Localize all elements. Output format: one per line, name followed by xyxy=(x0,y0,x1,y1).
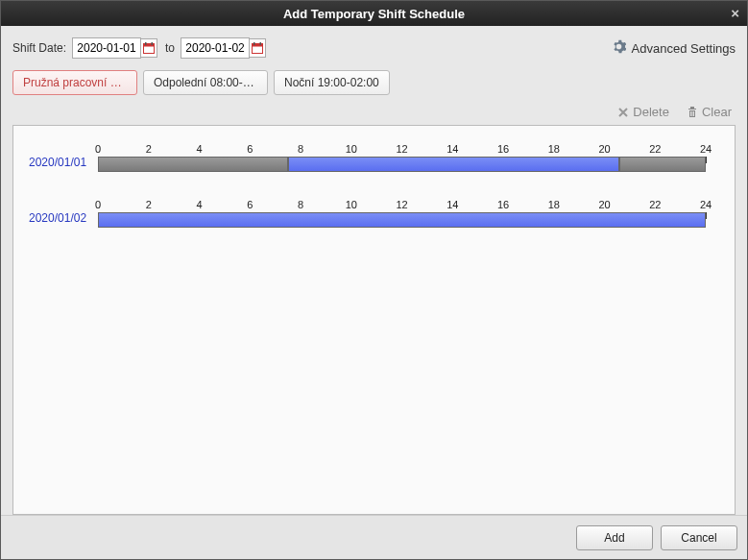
shift-buttons: Pružná pracovní do... Odpolední 08:00-2.… xyxy=(12,70,736,95)
delete-label: Delete xyxy=(633,105,669,119)
clear-button[interactable]: Clear xyxy=(687,105,732,119)
shift-segment[interactable] xyxy=(98,157,288,172)
shift-option-afternoon[interactable]: Odpolední 08:00-2... xyxy=(143,70,268,95)
shift-option-night[interactable]: Noční 19:00-02:00 xyxy=(274,70,390,95)
tick-labels: 024681012141618202224 xyxy=(98,199,706,210)
date-from-input[interactable] xyxy=(72,37,141,59)
day-label: 2020/01/01 xyxy=(29,156,98,172)
add-button[interactable]: Add xyxy=(576,525,653,550)
clear-label: Clear xyxy=(702,105,732,119)
calendar-icon[interactable] xyxy=(249,38,266,58)
svg-rect-3 xyxy=(152,42,154,45)
cancel-button[interactable]: Cancel xyxy=(661,525,737,550)
shift-segment[interactable] xyxy=(98,212,706,228)
dialog-footer: Add Cancel xyxy=(1,515,747,559)
advanced-settings-label: Advanced Settings xyxy=(632,41,736,56)
gear-icon xyxy=(612,39,626,57)
delete-button[interactable]: Delete xyxy=(617,105,669,119)
advanced-settings-link[interactable]: Advanced Settings xyxy=(612,39,736,57)
shift-date-label: Shift Date: xyxy=(12,41,66,55)
calendar-icon[interactable] xyxy=(140,38,157,58)
svg-rect-6 xyxy=(253,42,255,45)
date-row: Shift Date: to Advanced Settings xyxy=(12,37,736,59)
close-icon[interactable]: × xyxy=(731,5,739,21)
timeline-row: 2020/01/02024681012141618202224 xyxy=(29,199,706,228)
shift-segment[interactable] xyxy=(619,157,706,172)
timeline-panel: 2020/01/010246810121416182022242020/01/0… xyxy=(12,125,736,515)
trash-icon xyxy=(687,106,698,118)
timeline-track[interactable]: 024681012141618202224 xyxy=(98,199,706,228)
to-label: to xyxy=(165,41,175,55)
timeline-actions: Delete Clear xyxy=(12,105,736,119)
close-icon xyxy=(617,107,629,118)
tick-labels: 024681012141618202224 xyxy=(98,143,706,155)
shift-segment[interactable] xyxy=(288,157,620,172)
titlebar: Add Temporary Shift Schedule × xyxy=(1,1,747,26)
shift-option-flexible[interactable]: Pružná pracovní do... xyxy=(12,70,137,95)
date-to-input[interactable] xyxy=(181,37,250,59)
window-title: Add Temporary Shift Schedule xyxy=(283,7,465,21)
svg-rect-7 xyxy=(260,42,262,45)
svg-rect-2 xyxy=(145,42,147,45)
timeline-row: 2020/01/01024681012141618202224 xyxy=(29,143,706,172)
timeline-track[interactable]: 024681012141618202224 xyxy=(98,143,706,172)
day-label: 2020/01/02 xyxy=(29,211,98,228)
dialog-body: Shift Date: to Advanced Settings Pružná … xyxy=(1,26,747,515)
